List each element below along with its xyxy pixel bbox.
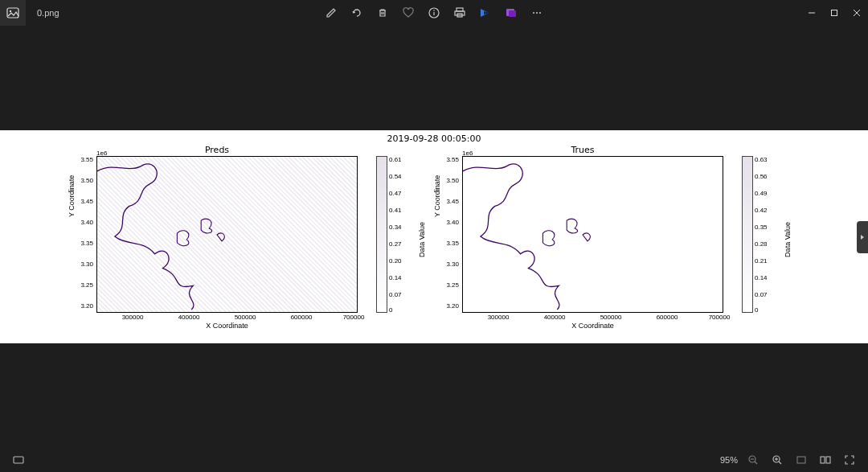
chart-panel-trues: Trues 1e6 Y Coordinate X Coordinate 3.55… — [438, 146, 776, 335]
image-viewport[interactable]: 2019-09-28 00:05:00 Preds 1e6 Y Coordina… — [0, 26, 868, 448]
maximize-button[interactable] — [823, 0, 845, 26]
xlabel-preds: X Coordinate — [96, 322, 358, 330]
favorite-icon[interactable] — [402, 6, 415, 19]
statusbar: 95% — [0, 448, 868, 472]
svg-line-19 — [755, 462, 757, 464]
zoom-in-icon[interactable] — [770, 453, 784, 467]
fullscreen-icon[interactable] — [842, 453, 857, 467]
info-icon[interactable] — [428, 6, 440, 19]
svg-point-10 — [533, 12, 534, 14]
colorbar-label-trues: Data Value — [784, 222, 792, 257]
coastline-trues — [463, 157, 723, 312]
actual-size-icon[interactable] — [818, 453, 833, 467]
photos-app-icon — [0, 0, 26, 26]
xticks-trues: 300000 400000 500000 600000 700000 — [462, 314, 723, 322]
svg-rect-27 — [826, 457, 830, 463]
center-action-bar — [325, 6, 543, 19]
svg-point-1 — [10, 10, 11, 12]
background-app-icon[interactable] — [505, 6, 518, 19]
svg-rect-14 — [832, 10, 837, 16]
figure-suptitle: 2019-09-28 00:05:00 — [0, 133, 868, 144]
xticks-preds: 300000 400000 500000 600000 700000 — [96, 314, 358, 322]
clipchamp-icon[interactable] — [479, 6, 492, 19]
window-controls — [800, 0, 868, 26]
yticks-preds: 3.55 3.50 3.45 3.40 3.35 3.30 3.25 3.20 — [72, 156, 95, 313]
minimize-button[interactable] — [800, 0, 823, 26]
svg-rect-9 — [509, 10, 516, 17]
delete-icon[interactable] — [376, 6, 389, 19]
filename-label: 0.png — [26, 8, 71, 18]
print-icon[interactable] — [453, 6, 466, 19]
displayed-image: 2019-09-28 00:05:00 Preds 1e6 Y Coordina… — [0, 130, 868, 343]
colorbar-ticks-trues: 0.63 0.56 0.49 0.42 0.35 0.28 0.21 0.14 … — [755, 156, 776, 313]
xlabel-trues: X Coordinate — [462, 322, 723, 330]
colorbar-label-preds: Data Value — [418, 222, 426, 257]
axes-trues — [462, 156, 723, 313]
more-icon[interactable] — [530, 6, 543, 19]
svg-rect-26 — [821, 457, 825, 463]
axes-preds — [96, 156, 358, 313]
colorbar-trues — [742, 156, 753, 313]
svg-rect-5 — [457, 8, 463, 11]
zoom-out-icon[interactable] — [746, 453, 760, 467]
svg-rect-4 — [433, 12, 434, 15]
svg-rect-17 — [14, 457, 23, 463]
svg-rect-25 — [797, 457, 805, 463]
chart-title-trues: Trues — [438, 145, 727, 155]
svg-point-3 — [433, 10, 435, 11]
colorbar-preds — [376, 156, 387, 313]
close-button[interactable] — [845, 0, 868, 26]
zoom-level-label: 95% — [720, 455, 738, 465]
viewport-bottom-padding — [0, 343, 868, 448]
svg-line-22 — [779, 462, 781, 464]
edit-icon[interactable] — [325, 6, 338, 19]
filmstrip-toggle[interactable] — [857, 221, 868, 253]
rotate-icon[interactable] — [350, 6, 363, 19]
chart-title-preds: Preds — [72, 145, 362, 155]
yticks-trues: 3.55 3.50 3.45 3.40 3.35 3.30 3.25 3.20 — [438, 156, 461, 313]
coastline-preds — [97, 157, 357, 312]
viewport-top-padding — [0, 26, 868, 130]
svg-point-12 — [539, 12, 541, 14]
colorbar-ticks-preds: 0.61 0.54 0.47 0.41 0.34 0.27 0.20 0.14 … — [389, 156, 410, 313]
chart-panel-preds: Preds 1e6 Y Coordinate X Coordinate 3.55… — [72, 146, 410, 335]
gallery-view-icon[interactable] — [11, 453, 26, 467]
titlebar: 0.png — [0, 0, 868, 26]
fit-to-window-icon[interactable] — [794, 453, 809, 467]
svg-point-11 — [536, 12, 538, 14]
